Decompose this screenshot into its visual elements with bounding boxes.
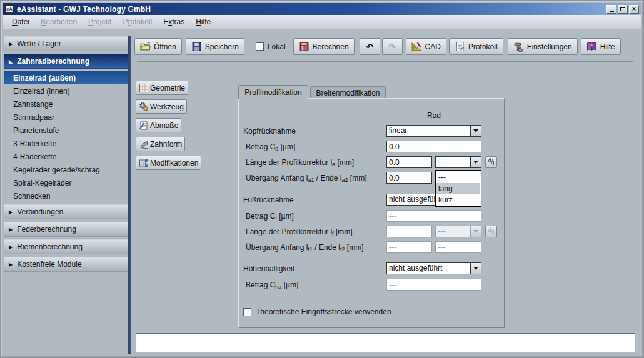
protocol-button[interactable]: Protokoll <box>449 38 503 55</box>
notepad-pencil-icon <box>139 121 150 131</box>
settings-button[interactable]: Einstellungen <box>508 38 578 55</box>
calculate-button[interactable]: Berechnen <box>293 38 355 55</box>
hoehenballigkeit-select[interactable]: nicht ausgeführt <box>386 262 481 274</box>
length-mode-dropdown-popup: --- lang kurz <box>435 170 481 207</box>
betrag-cf-input <box>386 210 481 222</box>
column-header-rad: Rad <box>386 111 481 120</box>
close-icon: × <box>632 6 636 12</box>
menu-bar: Datei Bearbeiten Projekt Protokoll Extra… <box>3 15 641 29</box>
betrag-cha-label: Betrag Cha [µm] <box>246 279 298 291</box>
gear-segment-icon <box>139 139 150 149</box>
sidebar-item-einzelrad-innen[interactable]: Einzelrad (innen) <box>4 84 128 97</box>
collapsed-arrow-icon: ▶ <box>9 209 13 215</box>
sidebar-item-3-raederkette[interactable]: 3-Räderkette <box>4 137 128 150</box>
toolbar-separator <box>137 61 633 62</box>
sidebar-section-kostenfreie-module[interactable]: ▶ Kostenfreie Module <box>4 257 128 272</box>
laenge-f-label: Länge der Profilkorrektur lf [mm] <box>246 226 353 237</box>
section-label: Kostenfreie Module <box>17 260 81 269</box>
dropdown-option-kurz[interactable]: kurz <box>436 194 480 206</box>
kopfruecknahme-select[interactable]: linear <box>386 125 481 137</box>
dropdown-arrow-icon[interactable] <box>470 157 481 167</box>
gears-icon <box>139 102 150 112</box>
dropdown-option-lang[interactable]: lang <box>436 183 480 194</box>
theoretical-line-checkbox[interactable] <box>243 308 251 316</box>
sidebar-section-verbindungen[interactable]: ▶ Verbindungen <box>4 204 128 219</box>
werkzeug-button[interactable]: Werkzeug <box>136 99 187 114</box>
geometrie-button[interactable]: Geometrie <box>136 81 188 95</box>
app-icon: eA <box>5 5 14 13</box>
local-checkbox[interactable] <box>256 42 264 51</box>
sidebar-item-schnecken[interactable]: Schnecken <box>4 189 128 202</box>
dropdown-arrow-icon[interactable] <box>470 263 481 274</box>
laenge-f-input <box>386 226 432 237</box>
fussruecknahme-label: Fußrücknahme <box>243 194 294 206</box>
theoretical-line-of-action-row: Theoretische Eingriffsstrecke verwenden <box>243 307 391 316</box>
menu-datei[interactable]: Datei <box>6 16 35 27</box>
section-label: Riemenberechnung <box>17 242 83 251</box>
uebergang-a-input[interactable] <box>386 172 432 184</box>
uebergang-f2-input <box>435 241 481 253</box>
sidebar-section-federberechnung[interactable]: ▶ Federberechnung <box>4 222 128 237</box>
sidebar-item-spiral-kegelraeder[interactable]: Spiral-Kegelräder <box>4 176 128 189</box>
collapsed-arrow-icon: ▶ <box>9 262 13 267</box>
section-label: Federberechnung <box>17 225 76 234</box>
sidebar-section-welle-lager[interactable]: ▶ Welle / Lager <box>4 36 128 51</box>
close-button[interactable]: × <box>629 5 639 14</box>
toolbar: Öffnen Speichern Lokal Berechnen ↶ ↷ CAD… <box>134 37 621 56</box>
save-button[interactable]: Speichern <box>186 38 244 55</box>
open-button[interactable]: Öffnen <box>134 38 182 55</box>
floppy-disk-icon <box>191 41 202 52</box>
sidebar-item-kegelraeder[interactable]: Kegelräder gerade/schräg <box>4 163 128 176</box>
sidebar-item-einzelrad-aussen[interactable]: Einzelrad (außen) <box>4 71 128 84</box>
laenge-a-input[interactable] <box>386 156 432 168</box>
calculator-icon <box>299 41 309 52</box>
redo-button: ↷ <box>382 38 403 55</box>
uebergang-a-label: Übergang Anfang la1 / Ende la2 [mm] <box>246 172 366 184</box>
collapsed-arrow-icon: ▶ <box>9 41 13 47</box>
navigation-sidebar: ▶ Welle / Lager ◣ Zahnradberechnung Einz… <box>4 36 128 354</box>
local-checkbox-label: Lokal <box>268 42 286 51</box>
cad-button[interactable]: CAD <box>406 38 446 55</box>
sidebar-item-4-raederkette[interactable]: 4-Räderkette <box>4 150 128 163</box>
dropdown-option-none[interactable]: --- <box>436 172 480 183</box>
tab-breitenmodifikation[interactable]: Breitenmodifikation <box>310 86 386 99</box>
kopfruecknahme-label: Kopfrücknahme <box>243 125 296 137</box>
collapsed-arrow-icon: ▶ <box>9 244 13 250</box>
sidebar-divider <box>128 36 131 354</box>
report-icon <box>455 41 465 52</box>
undo-button[interactable]: ↶ <box>360 38 380 55</box>
menu-extras[interactable]: Extras <box>158 16 190 27</box>
tools-icon <box>513 41 524 52</box>
tab-profilmodifikation[interactable]: Profilmodifikation <box>238 85 308 99</box>
sidebar-item-zahnstange[interactable]: Zahnstange <box>4 97 128 111</box>
betrag-ca-input[interactable] <box>386 141 481 152</box>
length-mode-select[interactable]: --- <box>435 156 481 168</box>
help-button[interactable]: Hilfe <box>581 38 621 55</box>
abmasse-button[interactable]: Abmaße <box>136 118 181 132</box>
window-title: eAssistant - GWJ Technology GmbH <box>17 5 151 14</box>
menu-hilfe[interactable]: Hilfe <box>190 16 216 27</box>
cad-ruler-icon <box>411 41 422 52</box>
output-panel <box>136 333 635 352</box>
maximize-button[interactable] <box>618 5 628 14</box>
sidebar-section-riemenberechnung[interactable]: ▶ Riemenberechnung <box>4 239 128 254</box>
local-checkbox-group: Lokal <box>256 42 286 51</box>
laenge-a-label: Länge der Profilkorrektur la [mm] <box>246 156 354 168</box>
menu-projekt: Projekt <box>83 16 117 27</box>
sidebar-item-planetenstufe[interactable]: Planetenstufe <box>4 124 128 137</box>
maximize-icon <box>620 7 625 11</box>
diameter-length-toggle-button[interactable]: d/l <box>485 156 497 168</box>
hoehenballigkeit-label: Höhenballigkeit <box>243 262 294 274</box>
uebergang-f-label: Übergang Anfang lf1 / Ende lf2 [mm] <box>246 241 363 253</box>
minimize-icon <box>610 11 614 12</box>
dropdown-arrow-icon[interactable] <box>470 126 481 136</box>
undo-icon: ↶ <box>366 42 373 51</box>
sidebar-section-zahnradberechnung[interactable]: ◣ Zahnradberechnung <box>4 54 128 69</box>
sidebar-item-stirnradpaar[interactable]: Stirnradpaar <box>4 111 128 124</box>
grid-icon <box>139 83 150 93</box>
menu-protokoll: Protokoll <box>117 16 158 27</box>
minimize-button[interactable] <box>606 5 616 14</box>
modifikationen-button[interactable]: Modifikationen <box>136 156 201 170</box>
betrag-cha-input <box>386 279 481 291</box>
zahnform-button[interactable]: Zahnform <box>136 137 185 151</box>
